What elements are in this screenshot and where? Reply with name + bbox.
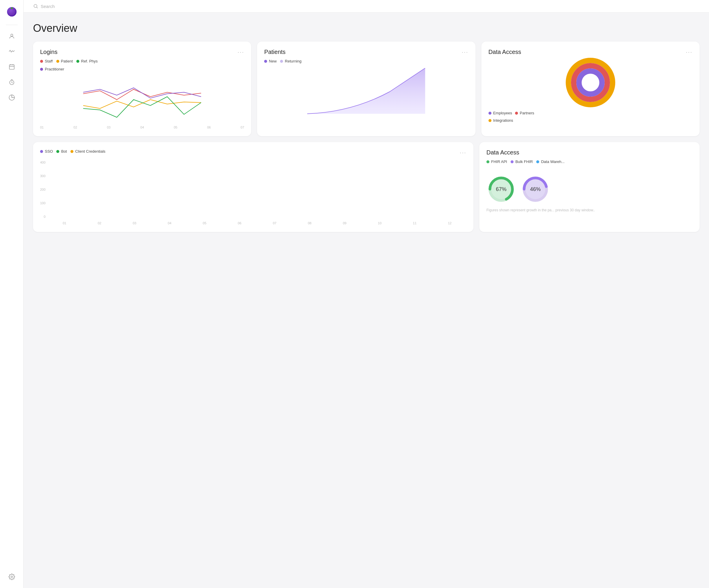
- logins-legend: Staff Patient Ref. Phys Practitioner: [40, 59, 244, 71]
- search-placeholder: Search: [41, 4, 55, 9]
- logins-card-title: Logins: [40, 49, 57, 55]
- sidebar-item-user[interactable]: [5, 30, 18, 43]
- bulk-fhir-circle: 46%: [521, 175, 550, 204]
- svg-rect-6: [9, 65, 14, 70]
- bar-group-01: [48, 219, 81, 220]
- logins-chart: [40, 76, 244, 123]
- content-area: Overview Logins ··· Staff Patient Ref. P…: [24, 13, 709, 588]
- bar-chart-menu-button[interactable]: ···: [459, 149, 466, 156]
- fhir-api-pct: 67%: [496, 186, 506, 192]
- svg-line-14: [36, 7, 37, 8]
- svg-point-5: [10, 34, 13, 36]
- data-access-bottom-title: Data Access: [487, 149, 519, 156]
- patients-new-label: New: [269, 59, 277, 63]
- data-access-menu-button[interactable]: ···: [686, 49, 692, 55]
- app-logo[interactable]: [5, 5, 18, 18]
- page-title: Overview: [33, 22, 700, 34]
- top-grid: Logins ··· Staff Patient Ref. Phys Pract…: [33, 42, 700, 136]
- bottom-grid: SSO Bot Client Credentials ··· 400300200…: [33, 142, 700, 232]
- logins-menu-button[interactable]: ···: [238, 49, 244, 55]
- sidebar-item-activity[interactable]: [5, 45, 18, 58]
- search-icon: [33, 3, 38, 9]
- logins-card: Logins ··· Staff Patient Ref. Phys Pract…: [33, 42, 251, 136]
- sidebar: [0, 0, 24, 588]
- bulk-fhir-pct: 46%: [530, 186, 541, 192]
- patients-card-title: Patients: [264, 49, 285, 55]
- bar-chart-area: 4003002001000: [40, 161, 466, 225]
- svg-point-18: [583, 75, 598, 90]
- header: Search: [24, 0, 709, 13]
- svg-point-13: [34, 4, 37, 8]
- sidebar-divider: [6, 25, 18, 25]
- bar-chart-card: SSO Bot Client Credentials ··· 400300200…: [33, 142, 473, 232]
- sidebar-item-reports[interactable]: [5, 91, 18, 104]
- data-access-title: Data Access: [489, 49, 521, 55]
- search-bar[interactable]: Search: [33, 3, 55, 9]
- fhir-api-circle: 67%: [487, 175, 516, 204]
- logins-x-labels: 01020304050607: [40, 124, 244, 129]
- semi-circles-container: 67% 46%: [487, 175, 692, 204]
- bar-x-labels: 01 02 03 04 05 06 07 08 09 10 11 12: [48, 221, 466, 225]
- patients-legend: New Returning: [264, 59, 468, 63]
- sidebar-item-calendar[interactable]: [5, 60, 18, 73]
- y-axis-labels: 4003002001000: [40, 161, 45, 220]
- data-access-legend: Employees Partners Integrations: [489, 111, 692, 123]
- svg-point-12: [11, 576, 13, 578]
- data-access-note: Figures shown represent growth in the pa…: [487, 208, 692, 213]
- sidebar-item-settings[interactable]: [5, 570, 18, 583]
- patients-chart: [264, 68, 468, 115]
- patients-returning-label: Returning: [285, 59, 301, 63]
- data-access-bottom-legend: FHIR API Bulk FHIR Data Wareh...: [487, 159, 692, 164]
- bar-groups: [48, 161, 466, 220]
- main-content: Search Overview Logins ··· Staff Patient…: [24, 0, 709, 588]
- patients-menu-button[interactable]: ···: [462, 49, 468, 55]
- bar-chart-legend: SSO Bot Client Credentials: [40, 149, 106, 154]
- sidebar-item-timer[interactable]: [5, 76, 18, 89]
- patients-card: Patients ··· New Returning: [257, 42, 475, 136]
- data-access-bottom-card: Data Access FHIR API Bulk FHIR Data Ware…: [479, 142, 700, 232]
- data-access-card: Data Access ··· Em: [481, 42, 700, 136]
- svg-rect-4: [11, 7, 12, 9]
- data-access-rings: [489, 59, 692, 106]
